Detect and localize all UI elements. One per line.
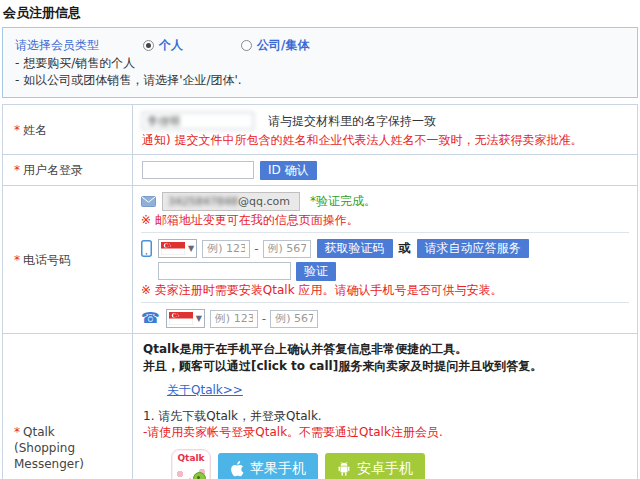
mobile-subsection: ▼ - 获取验证码 或 请求自动应答服务 验证 ※ 卖家注册时需要安装Qtalk… — [141, 232, 629, 302]
email-note: ※ 邮箱地址变更可在我的信息页面操作。 — [141, 212, 629, 229]
radio-company-dot-icon[interactable] — [241, 40, 252, 51]
mobile-number-input[interactable] — [263, 240, 311, 258]
mobile-country-select[interactable]: ▼ — [158, 239, 197, 258]
qtalk-step-1-note: -请使用卖家帐号登录Qtalk。不需要通过Qtalk注册会员. — [143, 424, 627, 441]
mobile-note: ※ 卖家注册时需要安装Qtalk 应用。请确认手机号是否可供与安装。 — [141, 282, 629, 299]
mobile-phone-icon — [141, 240, 152, 257]
member-type-box: 请选择会员类型 个人 公司/集体 - 想要购买/销售的个人 - 如以公司或团体销… — [2, 27, 638, 98]
qtalk-step-1: 1. 请先下载Qtalk，并登录Qtalk. — [143, 408, 627, 424]
singapore-flag-icon — [161, 242, 185, 255]
name-row: *姓名 李佳明 请与提交材料里的名字保持一致 通知) 提交文件中所包含的姓名和企… — [3, 105, 637, 155]
verify-button[interactable]: 验证 — [296, 262, 336, 281]
phone-separator: - — [254, 242, 258, 256]
email-user-obscured: 3425847848 — [168, 195, 238, 208]
id-confirm-button[interactable]: ID 确认 — [260, 161, 317, 180]
qtalk-logo-text: Qtalk — [172, 453, 210, 463]
user-id-input[interactable] — [142, 161, 254, 179]
landline-number-input[interactable] — [270, 310, 318, 328]
user-id-content-cell: ID 确认 — [133, 155, 637, 185]
member-registration-page: 会员注册信息 请选择会员类型 个人 公司/集体 - 想要购买/销售的个人 - 如… — [0, 0, 640, 479]
registration-form-table: *姓名 李佳明 请与提交材料里的名字保持一致 通知) 提交文件中所包含的姓名和企… — [2, 104, 638, 479]
radio-company-label: 公司/集体 — [257, 37, 309, 54]
about-qtalk-link[interactable]: 关于Qtalk>> — [167, 383, 243, 397]
phone-separator: - — [262, 312, 266, 326]
radio-personal-dot-icon[interactable] — [143, 40, 154, 51]
phone-label: 电话号码 — [23, 253, 71, 267]
member-type-note-2: - 如以公司或团体销售，请选择'企业/团体'. — [15, 72, 625, 89]
chevron-down-icon: ▼ — [196, 314, 202, 323]
qtalk-row: *Qtalk (Shopping Messenger) Qtalk是用于在手机平… — [3, 334, 637, 479]
name-input[interactable]: 李佳明 — [142, 112, 254, 130]
landline-area-input[interactable] — [210, 310, 258, 328]
radio-personal[interactable]: 个人 — [143, 37, 183, 54]
android-robot-icon — [337, 461, 351, 477]
user-id-label-cell: *用户名登录 — [3, 155, 133, 185]
android-download-button[interactable]: 安卓手机 — [325, 453, 425, 479]
name-label: 姓名 — [23, 123, 47, 137]
user-id-row: *用户名登录 ID 确认 — [3, 155, 637, 186]
envelope-icon — [141, 196, 156, 207]
mobile-area-input[interactable] — [202, 240, 250, 258]
required-asterisk: * — [14, 123, 20, 137]
android-button-label: 安卓手机 — [357, 460, 413, 478]
chevron-down-icon: ▼ — [188, 244, 194, 253]
required-asterisk: * — [14, 163, 20, 177]
get-verification-code-button[interactable]: 获取验证码 — [317, 239, 393, 258]
name-label-cell: *姓名 — [3, 105, 133, 154]
member-type-label: 请选择会员类型 — [15, 37, 143, 54]
ios-button-label: 苹果手机 — [250, 460, 306, 478]
ios-download-button[interactable]: 苹果手机 — [218, 453, 318, 479]
qtalk-sublabel: (Shopping Messenger) — [14, 441, 84, 471]
auto-answer-service-button[interactable]: 请求自动应答服务 — [417, 239, 529, 258]
or-text: 或 — [399, 240, 411, 257]
member-type-note-1: - 想要购买/销售的个人 — [15, 55, 625, 72]
qtalk-label: Qtalk — [23, 425, 55, 439]
phone-row: *电话号码 3425847848@qq.com *验证完成。 ※ 邮箱地址变更可… — [3, 186, 637, 334]
name-notice: 通知) 提交文件中所包含的姓名和企业代表法人姓名不一致时，无法获得卖家批准。 — [142, 132, 629, 149]
email-display: 3425847848@qq.com — [162, 192, 300, 211]
qtalk-intro-1: Qtalk是用于在手机平台上确认并答复信息非常便捷的工具。 — [143, 341, 627, 358]
radio-personal-label: 个人 — [159, 37, 183, 54]
email-subsection: 3425847848@qq.com *验证完成。 ※ 邮箱地址变更可在我的信息页… — [141, 186, 629, 232]
page-title: 会员注册信息 — [0, 0, 640, 27]
landline-subsection: ☎ ▼ - — [141, 302, 629, 333]
qtalk-mascot-icon — [193, 472, 206, 479]
required-asterisk: * — [14, 425, 20, 439]
verification-code-input[interactable] — [158, 262, 291, 280]
telephone-icon: ☎ — [141, 311, 160, 326]
qtalk-intro-2: 并且，顾客可以通过[click to call]服务来向卖家及时提问并且收到答复… — [143, 358, 627, 375]
name-content-cell: 李佳明 请与提交材料里的名字保持一致 通知) 提交文件中所包含的姓名和企业代表法… — [133, 105, 637, 154]
qtalk-label-cell: *Qtalk (Shopping Messenger) — [3, 334, 133, 479]
name-hint: 请与提交材料里的名字保持一致 — [268, 113, 436, 130]
radio-company[interactable]: 公司/集体 — [241, 37, 309, 54]
qtalk-content-cell: Qtalk是用于在手机平台上确认并答复信息非常便捷的工具。 并且，顾客可以通过[… — [133, 334, 637, 479]
phone-label-cell: *电话号码 — [3, 186, 133, 333]
apple-logo-icon — [230, 461, 244, 477]
qtalk-logo: Qtalk — [171, 449, 211, 479]
singapore-flag-icon — [169, 312, 193, 325]
required-asterisk: * — [14, 253, 20, 267]
email-verified-status: *验证完成。 — [310, 193, 376, 210]
user-id-label: 用户名登录 — [23, 163, 83, 177]
email-domain: @qq.com — [238, 195, 290, 208]
phone-content-cell: 3425847848@qq.com *验证完成。 ※ 邮箱地址变更可在我的信息页… — [133, 186, 637, 333]
landline-country-select[interactable]: ▼ — [166, 309, 205, 328]
